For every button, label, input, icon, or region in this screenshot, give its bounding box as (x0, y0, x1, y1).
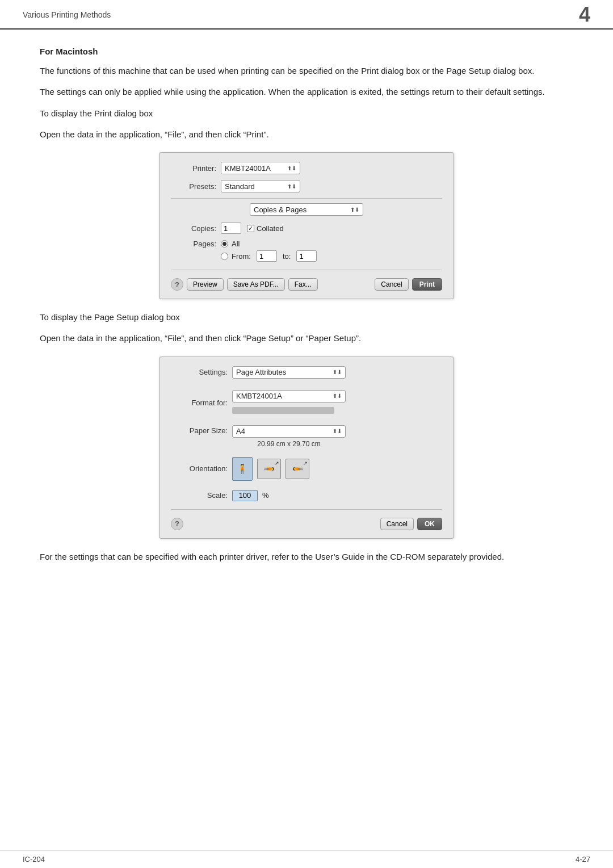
para2: The settings can only be applied while u… (40, 85, 573, 98)
copies-pages-select[interactable]: Copies & Pages ⬆⬇ (250, 203, 363, 216)
help-button[interactable]: ? (171, 278, 183, 291)
presets-select[interactable]: Standard ⬆⬇ (221, 180, 300, 192)
scale-input[interactable] (232, 490, 258, 501)
page-footer: IC-204 4-27 (0, 850, 613, 868)
footer-note: For the settings that can be specified w… (40, 550, 573, 563)
all-radio-row: All (221, 240, 317, 248)
paper-size-arrow-icon: ⬆⬇ (333, 428, 342, 434)
page-setup-cancel-button[interactable]: Cancel (380, 518, 414, 530)
collated-checkbox[interactable]: ✓ (247, 225, 254, 232)
scale-label: Scale: (171, 491, 228, 500)
paper-size-value: A4 (236, 427, 245, 435)
page-setup-dialog: Settings: Page Attributes ⬆⬇ Format for:… (159, 357, 454, 539)
presets-arrow-icon: ⬆⬇ (287, 183, 296, 190)
open-data-page-setup: Open the data in the application, “File”… (40, 332, 573, 345)
presets-row: Presets: Standard ⬆⬇ (171, 180, 442, 192)
page-setup-divider (171, 509, 442, 510)
format-for-row: Format for: KMBT24001A ⬆⬇ (171, 390, 442, 416)
format-for-arrow-icon: ⬆⬇ (333, 393, 342, 399)
scale-unit: % (262, 491, 269, 500)
settings-value: Page Attributes (236, 368, 286, 376)
portrait-icon[interactable]: 🧍 (232, 457, 253, 481)
copies-pages-row: Copies & Pages ⬆⬇ (171, 203, 442, 216)
orientation-label: Orientation: (171, 464, 228, 473)
copies-input[interactable] (221, 223, 241, 234)
copies-controls: ✓ Collated (221, 223, 284, 234)
paper-size-row: Paper Size: A4 ⬆⬇ 20.99 cm x 29.70 cm (171, 425, 442, 448)
to-input[interactable] (296, 250, 317, 262)
fax-button[interactable]: Fax... (288, 278, 318, 291)
settings-label: Settings: (171, 368, 228, 376)
landscape-flipped-icon[interactable]: 🧍 ↗ (285, 459, 309, 479)
copies-pages-arrow-icon: ⬆⬇ (350, 207, 359, 213)
copies-pages-value: Copies & Pages (254, 206, 306, 214)
para1: The functions of this machine that can b… (40, 64, 573, 77)
copies-input-row: Copies: ✓ Collated (171, 223, 442, 234)
copies-label: Copies: (171, 224, 216, 233)
to-display-page-setup: To display the Page Setup dialog box (40, 311, 573, 324)
all-label: All (232, 240, 240, 248)
pages-radio-group: All From: to: (221, 240, 317, 262)
ok-button[interactable]: OK (417, 518, 442, 530)
header-title: Various Printing Methods (23, 10, 111, 19)
format-for-select[interactable]: KMBT24001A ⬆⬇ (232, 390, 346, 402)
all-radio[interactable] (221, 240, 228, 248)
paper-size-select[interactable]: A4 ⬆⬇ (232, 425, 346, 438)
header: Various Printing Methods 4 (0, 0, 613, 30)
chapter-number: 4 (579, 5, 590, 25)
orientation-row: Orientation: 🧍 🧍 ↗ 🧍 ↗ (171, 457, 442, 481)
scale-controls: % (232, 490, 269, 501)
cancel-button[interactable]: Cancel (375, 278, 408, 291)
presets-label: Presets: (171, 182, 216, 191)
scale-row: Scale: % (171, 490, 442, 501)
to-display-print: To display the Print dialog box (40, 107, 573, 120)
printer-select[interactable]: KMBT24001A ⬆⬇ (221, 162, 300, 174)
pages-label: Pages: (171, 240, 216, 248)
format-for-value: KMBT24001A (236, 392, 282, 400)
presets-value: Standard (225, 182, 255, 191)
open-data-print: Open the data in the application, “File”… (40, 128, 573, 141)
from-input[interactable] (257, 250, 277, 262)
page-setup-help-button[interactable]: ? (171, 518, 183, 530)
printer-arrow-icon: ⬆⬇ (287, 165, 296, 171)
from-radio[interactable] (221, 253, 228, 260)
collated-checkbox-label: ✓ Collated (247, 224, 284, 233)
settings-select[interactable]: Page Attributes ⬆⬇ (232, 366, 346, 379)
main-content: For Macintosh The functions of this mach… (0, 30, 613, 588)
footer-left: IC-204 (23, 855, 45, 863)
from-radio-row: From: to: (221, 250, 317, 262)
from-label: From: (232, 252, 251, 261)
print-button[interactable]: Print (412, 278, 442, 291)
page-setup-buttons: ? Cancel OK (171, 518, 442, 530)
blurred-subtitle (232, 407, 334, 414)
pages-row: Pages: All From: to: (171, 240, 442, 262)
printer-row: Printer: KMBT24001A ⬆⬇ (171, 162, 442, 174)
paper-size-dim: 20.99 cm x 29.70 cm (232, 440, 346, 448)
orientation-icons: 🧍 🧍 ↗ 🧍 ↗ (232, 457, 309, 481)
collated-label: Collated (257, 224, 284, 233)
footer-right: 4-27 (576, 855, 590, 863)
printer-label: Printer: (171, 164, 216, 173)
preview-button[interactable]: Preview (187, 278, 224, 291)
to-label: to: (283, 252, 291, 261)
print-dialog: Printer: KMBT24001A ⬆⬇ Presets: Standard… (159, 152, 454, 299)
landscape-icon[interactable]: 🧍 ↗ (257, 459, 281, 479)
dialog-divider-bottom (171, 270, 442, 270)
dialog-divider-top (171, 198, 442, 199)
format-for-label: Format for: (171, 399, 228, 407)
settings-arrow-icon: ⬆⬇ (333, 369, 342, 375)
print-dialog-buttons: ? Preview Save As PDF... Fax... Cancel P… (171, 278, 442, 291)
settings-row: Settings: Page Attributes ⬆⬇ (171, 366, 442, 379)
printer-value: KMBT24001A (225, 164, 271, 173)
save-as-pdf-button[interactable]: Save As PDF... (227, 278, 285, 291)
paper-size-label: Paper Size: (171, 426, 228, 435)
section-heading: For Macintosh (40, 47, 573, 56)
